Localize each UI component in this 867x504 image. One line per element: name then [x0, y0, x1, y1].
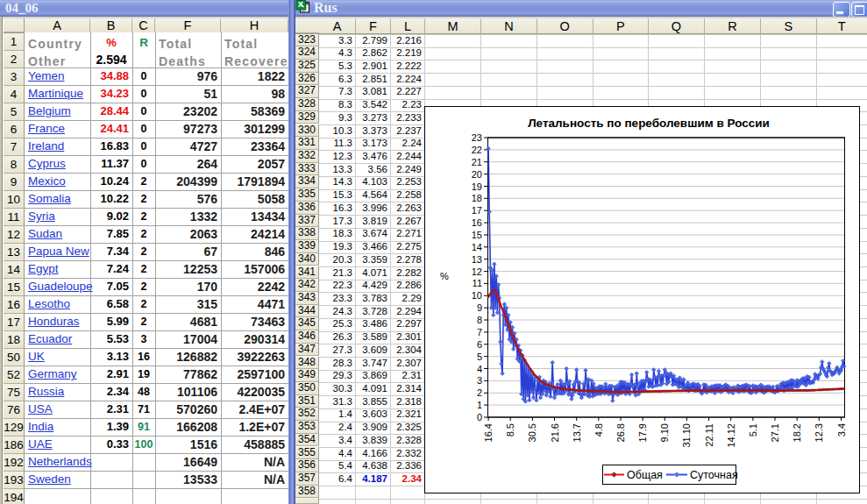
svg-text:Суточная: Суточная [690, 469, 738, 481]
svg-text:10: 10 [472, 290, 482, 301]
svg-text:18: 18 [472, 193, 482, 203]
svg-text:17: 17 [472, 205, 482, 216]
svg-text:1: 1 [477, 400, 482, 410]
svg-text:22.11: 22.11 [704, 423, 714, 447]
svg-text:12: 12 [472, 266, 482, 277]
svg-text:16.4: 16.4 [483, 423, 494, 442]
svg-text:17.9: 17.9 [637, 423, 648, 442]
svg-text:5: 5 [477, 351, 482, 362]
svg-text:15: 15 [472, 230, 482, 240]
svg-text:27.1: 27.1 [770, 423, 780, 442]
svg-text:2: 2 [477, 387, 482, 398]
svg-text:13: 13 [472, 254, 482, 265]
svg-text:5.1: 5.1 [748, 423, 758, 437]
svg-text:3.4: 3.4 [836, 423, 847, 437]
svg-text:%: % [440, 271, 449, 281]
svg-text:7: 7 [477, 327, 482, 337]
svg-text:8: 8 [477, 315, 482, 325]
svg-text:3: 3 [477, 375, 482, 386]
svg-text:6: 6 [477, 339, 482, 350]
svg-text:4.8: 4.8 [593, 423, 604, 437]
svg-text:26.8: 26.8 [615, 423, 626, 442]
svg-text:9: 9 [477, 302, 482, 313]
svg-text:13.7: 13.7 [572, 423, 582, 442]
svg-text:0: 0 [477, 412, 482, 422]
svg-text:20: 20 [472, 169, 482, 180]
svg-text:Летальность по переболевшим в: Летальность по переболевшим в России [528, 117, 770, 130]
svg-text:Общая: Общая [627, 469, 663, 481]
svg-text:14.12: 14.12 [726, 423, 736, 448]
svg-text:21.6: 21.6 [550, 423, 560, 442]
svg-text:21: 21 [472, 157, 482, 167]
svg-text:16: 16 [472, 217, 482, 228]
svg-text:8.5: 8.5 [505, 423, 515, 437]
svg-text:23: 23 [472, 132, 482, 143]
svg-text:18.2: 18.2 [792, 423, 802, 442]
svg-text:31.10: 31.10 [681, 423, 692, 448]
svg-text:30.5: 30.5 [527, 423, 537, 442]
svg-text:19: 19 [472, 181, 482, 192]
svg-text:9.10: 9.10 [659, 423, 670, 442]
svg-text:4: 4 [477, 364, 482, 374]
svg-text:22: 22 [472, 145, 482, 155]
svg-text:12.3: 12.3 [814, 423, 824, 442]
svg-text:14: 14 [472, 242, 482, 252]
svg-text:11: 11 [473, 278, 482, 288]
